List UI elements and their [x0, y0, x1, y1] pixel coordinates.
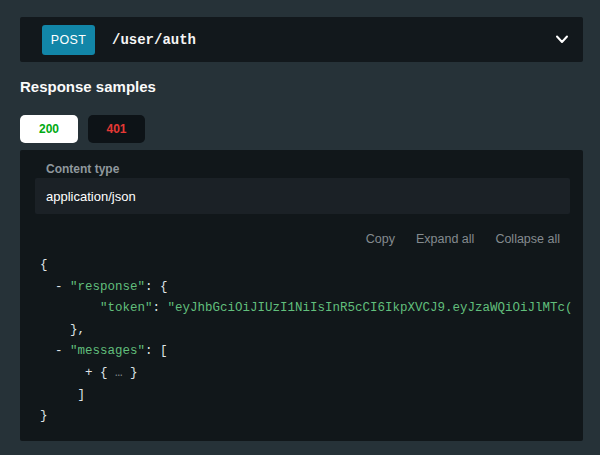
code-token: "eyJhbGciOiJIUzI1NiIsInR5cCI6IkpXVCJ9.ey… [168, 301, 573, 315]
sample-actions: Copy Expand all Collapse all [20, 232, 583, 247]
code-line: }, [40, 320, 578, 342]
code-token [40, 344, 55, 358]
code-line: ] [40, 385, 578, 407]
collapse-toggle[interactable]: - [55, 344, 70, 358]
http-method-badge: POST [42, 25, 95, 55]
code-token: [ [160, 344, 168, 358]
code-token: ] [78, 388, 86, 402]
collapse-toggle[interactable]: + [85, 366, 100, 380]
code-token [40, 323, 70, 337]
response-samples-title: Response samples [20, 78, 583, 95]
collapse-toggle[interactable]: - [55, 280, 70, 294]
code-line: { [40, 255, 578, 277]
code-line: - "response": { [40, 277, 578, 299]
code-token: : [153, 301, 168, 315]
code-token: { [40, 258, 48, 272]
tab-401[interactable]: 401 [88, 115, 145, 143]
code-line: "token": "eyJhbGciOiJIUzI1NiIsInR5cCI6Ik… [40, 298, 578, 320]
endpoint-bar[interactable]: POST /user/auth [20, 17, 583, 62]
code-token: : [145, 344, 160, 358]
collapse-all-button[interactable]: Collapse all [495, 232, 560, 247]
code-token [40, 301, 100, 315]
code-line: } [40, 406, 578, 428]
code-token: } [123, 366, 138, 380]
code-token: "token" [100, 301, 153, 315]
code-token: … [115, 366, 123, 380]
code-token: : [145, 280, 160, 294]
status-code-tabs: 200 401 [20, 115, 583, 143]
code-token [40, 388, 78, 402]
code-token: "messages" [70, 344, 145, 358]
code-token [40, 280, 55, 294]
tab-200[interactable]: 200 [20, 115, 78, 143]
json-sample-code: { - "response": { "token": "eyJhbGciOiJI… [20, 255, 583, 428]
response-sample-panel: Content type application/json Copy Expan… [20, 150, 583, 441]
code-token: { [100, 366, 115, 380]
content-type-select[interactable]: application/json [35, 178, 570, 214]
code-line: + { … } [40, 363, 578, 385]
code-token: "response" [70, 280, 145, 294]
code-token [40, 366, 85, 380]
code-token: } [40, 409, 48, 423]
content-type-label: Content type [46, 162, 570, 176]
code-token: { [160, 280, 168, 294]
code-line: - "messages": [ [40, 341, 578, 363]
endpoint-path: /user/auth [112, 32, 196, 48]
copy-button[interactable]: Copy [366, 232, 395, 247]
chevron-down-icon[interactable] [555, 35, 569, 44]
content-type-value: application/json [46, 189, 136, 204]
expand-all-button[interactable]: Expand all [416, 232, 474, 247]
code-token: }, [70, 323, 85, 337]
